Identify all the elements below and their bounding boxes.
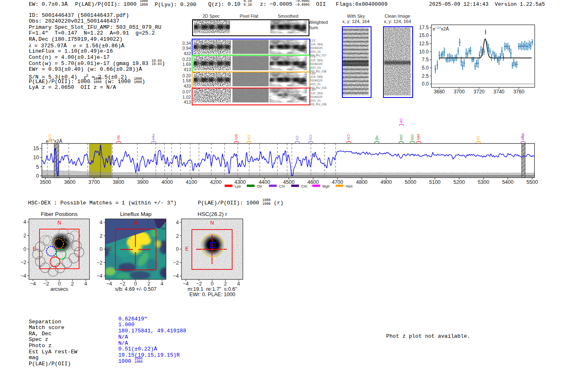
- svg-text:OII: OII: [257, 184, 262, 188]
- svg-text:4: 4: [100, 220, 102, 225]
- svg-text:2: 2: [71, 281, 74, 287]
- svg-text:3680: 3680: [434, 89, 445, 95]
- svg-text:CIII: CIII: [301, 184, 307, 188]
- svg-text:NV: NV: [116, 135, 121, 140]
- svg-text:−4: −4: [97, 273, 102, 279]
- svg-text:3900: 3900: [137, 179, 149, 185]
- svg-text:−2: −2: [196, 281, 202, 287]
- svg-text:2: 2: [23, 233, 26, 239]
- svg-text:4100: 4100: [186, 179, 197, 185]
- svg-text:5000: 5000: [405, 179, 416, 185]
- svg-text:HeII: HeII: [151, 134, 156, 140]
- svg-text:5100: 5100: [429, 179, 441, 185]
- svg-text:15.0: 15.0: [419, 32, 429, 38]
- svg-text:4: 4: [176, 220, 179, 225]
- svg-text:E: E: [109, 246, 112, 252]
- svg-text:Lyα: Lyα: [235, 184, 241, 188]
- svg-text:4700: 4700: [332, 179, 343, 185]
- svg-text:2: 2: [147, 281, 150, 287]
- svg-text:MgII: MgII: [323, 184, 330, 188]
- svg-text:0: 0: [176, 246, 179, 252]
- svg-text:0: 0: [23, 246, 26, 252]
- svg-text:OII: OII: [399, 118, 403, 123]
- svg-text:SiIV: SiIV: [234, 134, 238, 140]
- svg-text:3700: 3700: [454, 89, 465, 95]
- svg-text:2.5: 2.5: [422, 73, 429, 79]
- svg-text:e−17x2Å: e−17x2Å: [432, 26, 449, 31]
- svg-text:3500: 3500: [39, 179, 51, 185]
- svg-text:4: 4: [84, 281, 87, 287]
- svg-text:CIII: CIII: [247, 135, 251, 140]
- svg-text:5400: 5400: [502, 179, 513, 185]
- svg-text:HeII: HeII: [346, 184, 353, 188]
- svg-text:2: 2: [224, 281, 227, 287]
- svg-text:N: N: [210, 220, 214, 226]
- svg-text:5: 5: [36, 164, 39, 170]
- svg-text:0.0: 0.0: [422, 81, 429, 87]
- svg-text:4800: 4800: [356, 179, 367, 185]
- svg-text:4000: 4000: [161, 179, 173, 185]
- svg-text:CIII: CIII: [309, 135, 313, 140]
- svg-text:5200: 5200: [453, 179, 465, 185]
- svg-text:−2: −2: [43, 281, 49, 287]
- svg-text:HeII: HeII: [416, 134, 420, 140]
- svg-text:2: 2: [100, 233, 102, 239]
- svg-text:CII: CII: [476, 136, 480, 140]
- svg-text:4900: 4900: [381, 179, 392, 185]
- svg-text:4200: 4200: [210, 179, 222, 185]
- svg-text:MgII: MgII: [521, 133, 525, 140]
- svg-text:5300: 5300: [478, 179, 489, 185]
- svg-text:15: 15: [33, 146, 39, 151]
- svg-text:5500: 5500: [527, 179, 538, 185]
- svg-text:CII: CII: [295, 136, 299, 140]
- svg-text:E: E: [33, 246, 36, 252]
- svg-text:10: 10: [33, 155, 39, 160]
- svg-text:3740: 3740: [493, 89, 504, 95]
- svg-text:CIV: CIV: [279, 184, 285, 188]
- svg-text:17.5: 17.5: [419, 25, 429, 30]
- svg-text:−4: −4: [106, 281, 112, 287]
- svg-text:3760: 3760: [513, 89, 525, 95]
- svg-text:−2: −2: [119, 281, 125, 287]
- svg-text:5.0: 5.0: [422, 65, 429, 71]
- svg-text:0: 0: [211, 281, 214, 287]
- svg-text:4: 4: [23, 219, 26, 225]
- svg-text:3800: 3800: [113, 179, 124, 185]
- svg-text:−4: −4: [21, 273, 26, 279]
- svg-text:CIV: CIV: [346, 135, 351, 141]
- svg-text:3600: 3600: [64, 179, 76, 185]
- svg-text:0: 0: [58, 281, 61, 287]
- svg-text:4: 4: [160, 281, 163, 287]
- svg-text:−2: −2: [173, 260, 179, 266]
- svg-text:−2: −2: [21, 260, 26, 265]
- svg-text:4: 4: [237, 281, 240, 287]
- svg-text:N: N: [58, 220, 61, 226]
- svg-text:−4: −4: [30, 281, 36, 287]
- svg-text:OIII: OIII: [410, 135, 414, 140]
- svg-text:0: 0: [36, 173, 39, 179]
- svg-text:4600: 4600: [307, 179, 319, 185]
- svg-text:E: E: [185, 246, 188, 252]
- svg-text:2: 2: [176, 233, 179, 239]
- svg-text:3720: 3720: [474, 89, 485, 95]
- svg-text:OIII: OIII: [399, 135, 403, 140]
- svg-text:−4: −4: [183, 281, 188, 287]
- svg-text:0: 0: [100, 246, 102, 252]
- svg-text:12.5: 12.5: [419, 41, 429, 46]
- svg-text:7.5: 7.5: [422, 57, 429, 63]
- svg-text:Hβ: Hβ: [375, 136, 379, 140]
- svg-text:3700: 3700: [88, 179, 100, 185]
- svg-text:10.0: 10.0: [419, 49, 429, 55]
- svg-text:N: N: [134, 220, 137, 226]
- svg-text:−2: −2: [97, 260, 102, 266]
- svg-text:CIV: CIV: [48, 135, 52, 141]
- svg-text:−4: −4: [173, 273, 179, 279]
- svg-text:0: 0: [134, 281, 137, 287]
